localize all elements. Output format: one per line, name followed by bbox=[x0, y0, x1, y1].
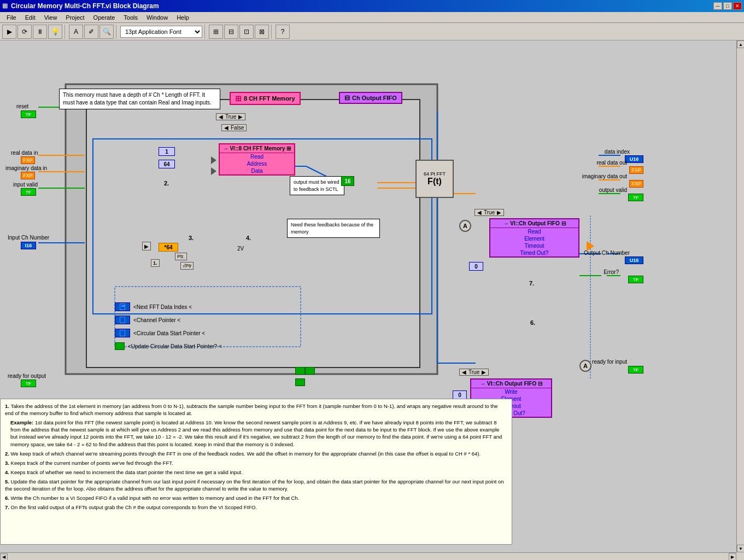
scroll-up-button[interactable]: ▲ bbox=[737, 40, 744, 48]
output-valid-terminal[interactable]: TF bbox=[628, 194, 643, 201]
const-0-left: 0 bbox=[469, 262, 483, 271]
input-ch-number-label: Input Ch Number bbox=[8, 235, 49, 241]
toolbar-align[interactable]: ⊞ bbox=[209, 25, 223, 39]
input-valid-terminal[interactable]: TF bbox=[21, 188, 36, 196]
scrollbar-vertical[interactable]: ▲ ▼ bbox=[736, 40, 744, 552]
case-true-right[interactable]: ◀True▶ bbox=[474, 209, 504, 216]
real-data-in-label: real data in bbox=[11, 150, 38, 156]
toolbar-text[interactable]: A bbox=[69, 25, 83, 39]
title-bar-controls[interactable]: ─ □ ✕ bbox=[713, 2, 742, 10]
toolbar: ▶ ⟳ ⏸ 💡 A ✐ 🔍 13pt Application Font ⊞ ⊟ … bbox=[0, 23, 744, 40]
ready-for-input-terminal[interactable]: TF bbox=[628, 366, 643, 374]
menu-operate[interactable]: Operate bbox=[89, 13, 120, 22]
toolbar-pause[interactable]: ⏸ bbox=[33, 25, 47, 39]
sep2 bbox=[116, 25, 118, 39]
sep1 bbox=[65, 25, 67, 39]
real-data-out-label: real data out bbox=[596, 160, 627, 166]
canvas-area: This memory must have a depth of # Ch * … bbox=[0, 40, 736, 552]
const-0-right: 0 bbox=[453, 390, 467, 399]
toolbar-dist[interactable]: ⊟ bbox=[224, 25, 238, 39]
memory-legend-block: ⊞ 8 CH FFT Memory bbox=[230, 92, 301, 105]
ready-for-output-terminal[interactable]: TF bbox=[21, 380, 36, 387]
ptr-block: Ptr. bbox=[175, 253, 187, 260]
reset-label: reset bbox=[16, 103, 28, 109]
true-selector-top[interactable]: ◀True▶ bbox=[216, 113, 245, 120]
fifo-legend-block: ⊟ Ch Output FIFO bbox=[339, 92, 402, 104]
output-valid-label: output valid bbox=[599, 187, 627, 193]
menu-bar: File Edit View Project Operate Tools Win… bbox=[0, 12, 744, 23]
node-a-2: A bbox=[579, 360, 591, 372]
feedback-area: <Next FFT Data Index < <Channel Pointer … bbox=[115, 302, 222, 351]
label-7: 7. bbox=[529, 280, 534, 287]
label-2: 2. bbox=[164, 180, 169, 186]
vptr-block: √Ptr bbox=[180, 262, 194, 270]
scrollbar-horizontal[interactable]: ◀ ▶ bbox=[0, 552, 736, 560]
memory-comment-box: This memory must have a depth of # Ch * … bbox=[59, 89, 220, 109]
toolbar-bulb[interactable]: 💡 bbox=[48, 25, 62, 39]
toolbar-stop[interactable]: ⟳ bbox=[17, 25, 32, 39]
scroll-left-button[interactable]: ◀ bbox=[0, 553, 8, 561]
menu-file[interactable]: File bbox=[2, 13, 21, 22]
shift-reg-ch-pointer bbox=[115, 316, 130, 324]
maximize-button[interactable]: □ bbox=[723, 2, 732, 10]
imag-data-out-terminal: FXP bbox=[629, 180, 643, 188]
label-6: 6. bbox=[530, 319, 535, 326]
title-bar-left: ⊞ Circular Memory Multi-Ch FFT.vi Block … bbox=[2, 2, 159, 10]
input-ch-number-terminal[interactable]: I16 bbox=[21, 242, 36, 249]
memory-vi-block[interactable]: → VI::8 CH FFT Memory ⊞ Read Address Dat… bbox=[219, 143, 295, 176]
reset-terminal[interactable]: TF bbox=[21, 110, 36, 118]
toolbar-wire[interactable]: ✐ bbox=[84, 25, 98, 39]
toolbar-order[interactable]: ⊠ bbox=[255, 25, 269, 39]
ready-for-output-label: ready for output bbox=[8, 373, 46, 379]
desc-item-6: 6. Write the Ch number to a VI Scoped FI… bbox=[5, 494, 507, 501]
toolbar-debug[interactable]: 🔍 bbox=[99, 25, 114, 39]
menu-view[interactable]: View bbox=[40, 13, 62, 22]
menu-edit[interactable]: Edit bbox=[21, 13, 40, 22]
const-1: 1 bbox=[159, 147, 175, 156]
green-connector-3 bbox=[295, 378, 305, 386]
toolbar-run[interactable]: ▶ bbox=[2, 25, 16, 39]
desc-example: Example: 1st data point for this FFT (th… bbox=[10, 419, 507, 447]
node-a-1: A bbox=[459, 220, 471, 232]
font-selector[interactable]: 13pt Application Font bbox=[120, 26, 202, 38]
imag-data-in-terminal: FXP bbox=[21, 172, 35, 179]
selector-1[interactable]: ▶ bbox=[142, 242, 151, 250]
output-ch-number-terminal[interactable]: U16 bbox=[625, 256, 643, 264]
menu-window[interactable]: Window bbox=[142, 13, 172, 22]
bool-feedback bbox=[115, 342, 125, 350]
scroll-down-button[interactable]: ▼ bbox=[737, 545, 744, 552]
minimize-button[interactable]: ─ bbox=[713, 2, 722, 10]
imag-data-in-label: imaginary data in bbox=[5, 165, 47, 171]
input-valid-label: input valid bbox=[13, 182, 38, 188]
label-3: 3. bbox=[189, 235, 194, 241]
close-button[interactable]: ✕ bbox=[733, 2, 742, 10]
multiply-64: *64 bbox=[159, 243, 178, 252]
false-selector[interactable]: ◀False bbox=[221, 124, 247, 131]
label-4: 4. bbox=[246, 235, 251, 241]
window-title: Circular Memory Multi-Ch FFT.vi Block Di… bbox=[11, 2, 159, 10]
scroll-right-button[interactable]: ▶ bbox=[729, 553, 736, 560]
label-1-inner: 1. bbox=[151, 259, 160, 267]
green-connector-2 bbox=[305, 367, 315, 375]
desc-item-7: 7. On the first valid output of a FFTs o… bbox=[5, 504, 507, 511]
desc-item-5: 5. Update the data start pointer for the… bbox=[5, 478, 507, 492]
sep4 bbox=[271, 25, 273, 39]
menu-help[interactable]: Help bbox=[172, 13, 194, 22]
fft-block[interactable]: 64 Pt FFT F(t) bbox=[415, 160, 454, 198]
data-index-label: data index bbox=[605, 149, 630, 155]
description-area: 1. Takes the address of the 1st element … bbox=[0, 399, 512, 545]
data-index-terminal[interactable]: U16 bbox=[625, 155, 643, 163]
error-terminal[interactable]: TF bbox=[628, 276, 643, 283]
toolbar-resize[interactable]: ⊡ bbox=[239, 25, 254, 39]
menu-project[interactable]: Project bbox=[61, 13, 89, 22]
output-comment-box: output must be wired to feedback in SCTL bbox=[290, 176, 344, 195]
error-label: Error? bbox=[604, 269, 619, 275]
fifo-read-block[interactable]: → VI::Ch Output FIFO ⊟ Read Element Time… bbox=[489, 218, 579, 258]
case-true-write[interactable]: ◀True▶ bbox=[459, 369, 489, 376]
shift-reg-fft-index bbox=[115, 302, 130, 311]
title-bar: ⊞ Circular Memory Multi-Ch FFT.vi Block … bbox=[0, 0, 744, 12]
feedback-comment-box: Need these feedbacks because of the memo… bbox=[287, 219, 380, 238]
toolbar-help[interactable]: ? bbox=[276, 25, 290, 39]
menu-tools[interactable]: Tools bbox=[119, 13, 142, 22]
arrow-mem-2 bbox=[211, 167, 216, 175]
